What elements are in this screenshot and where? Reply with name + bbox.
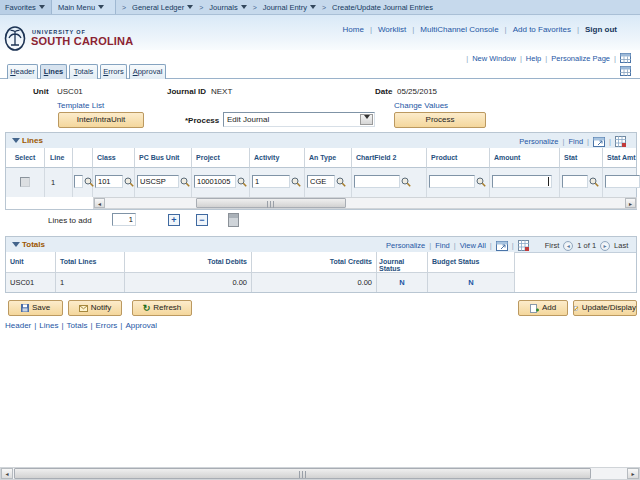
pager-next-button[interactable]: ▸ bbox=[600, 241, 610, 251]
totals-section-header: Totals Personalize Find View All First ◂… bbox=[6, 237, 636, 253]
page-horizontal-scrollbar[interactable]: ◂ ▸ bbox=[0, 467, 640, 480]
activity-input[interactable] bbox=[252, 175, 290, 188]
process-button[interactable]: Process bbox=[394, 112, 486, 128]
lookup-icon[interactable] bbox=[84, 177, 94, 187]
col-header-stat-amt: Stat Amt bbox=[603, 148, 636, 161]
footer-link-lines[interactable]: Lines bbox=[39, 321, 58, 330]
insert-lines-button[interactable]: + bbox=[168, 214, 180, 226]
amount-input[interactable] bbox=[492, 175, 552, 188]
stat-amt-input[interactable] bbox=[605, 175, 640, 188]
collapse-totals-icon[interactable] bbox=[12, 242, 20, 247]
add-to-favorites-link[interactable]: Add to Favorites bbox=[513, 25, 571, 34]
scroll-left-button[interactable]: ◂ bbox=[94, 198, 105, 208]
page-grid-icon[interactable] bbox=[620, 53, 631, 63]
sign-out-link[interactable]: Sign out bbox=[585, 25, 617, 34]
col-header-project: Project bbox=[192, 148, 249, 161]
an-type-input[interactable] bbox=[307, 175, 335, 188]
lines-grid-scrollbar[interactable]: ◂ ▸ bbox=[93, 197, 637, 209]
download-grid-icon[interactable] bbox=[615, 136, 626, 147]
worklist-link[interactable]: Worklist bbox=[378, 25, 406, 34]
view-all-popup-icon[interactable] bbox=[593, 137, 605, 147]
lookup-icon[interactable] bbox=[589, 177, 599, 187]
personalize-page-link[interactable]: Personalize Page bbox=[551, 54, 610, 63]
tab-errors[interactable]: Errors bbox=[100, 64, 127, 79]
multichannel-console-link[interactable]: MultiChannel Console bbox=[420, 25, 498, 34]
new-window-link[interactable]: New Window bbox=[472, 54, 516, 63]
footer-link-approval[interactable]: Approval bbox=[125, 321, 157, 330]
totals-find-link[interactable]: Find bbox=[435, 241, 450, 250]
template-list-link[interactable]: Template List bbox=[57, 101, 104, 110]
flag-input[interactable] bbox=[74, 175, 83, 188]
lines-scrollbar-thumb[interactable] bbox=[196, 198, 346, 208]
refresh-icon: ↻ bbox=[143, 304, 151, 312]
separator bbox=[412, 25, 414, 34]
help-link[interactable]: Help bbox=[526, 54, 541, 63]
change-values-link[interactable]: Change Values bbox=[394, 101, 448, 110]
inter-intra-unit-button[interactable]: Inter/IntraUnit bbox=[58, 112, 144, 128]
tab-lines[interactable]: Lines bbox=[40, 64, 67, 79]
lookup-icon[interactable] bbox=[336, 177, 346, 187]
lines-find-link[interactable]: Find bbox=[569, 137, 584, 146]
page-scroll-left-button[interactable]: ◂ bbox=[1, 468, 13, 479]
pager-previous-button[interactable]: ◂ bbox=[563, 241, 573, 251]
class-input[interactable] bbox=[95, 175, 123, 188]
breadcrumb-main-menu[interactable]: Main Menu bbox=[52, 0, 116, 14]
totals-view-all-link[interactable]: View All bbox=[460, 241, 486, 250]
pager-last-label[interactable]: Last bbox=[614, 241, 628, 250]
tab-totals[interactable]: Totals bbox=[69, 64, 98, 79]
breadcrumb-item-general-ledger[interactable]: General Ledger bbox=[132, 3, 193, 12]
breadcrumb-item-journal-entry[interactable]: Journal Entry bbox=[263, 3, 316, 12]
download-grid-icon[interactable] bbox=[518, 240, 529, 251]
lookup-icon[interactable] bbox=[237, 177, 247, 187]
delete-lines-button[interactable]: − bbox=[196, 214, 208, 226]
page-scrollbar-thumb[interactable] bbox=[14, 468, 591, 479]
footer-link-errors[interactable]: Errors bbox=[96, 321, 118, 330]
process-select[interactable]: Edit Journal bbox=[223, 112, 375, 127]
journal-status-link[interactable]: N bbox=[377, 273, 427, 287]
lines-personalize-link[interactable]: Personalize bbox=[519, 137, 558, 146]
home-link[interactable]: Home bbox=[343, 25, 364, 34]
totals-section-title: Totals bbox=[22, 240, 45, 249]
date-label: Date bbox=[375, 87, 392, 96]
select-dropdown-button[interactable] bbox=[360, 114, 373, 125]
line-number: 1 bbox=[51, 178, 55, 187]
add-button[interactable]: Add bbox=[518, 300, 568, 316]
tab-approval[interactable]: Approval bbox=[129, 64, 166, 79]
lookup-icon[interactable] bbox=[401, 177, 411, 187]
select-checkbox[interactable] bbox=[20, 177, 30, 187]
project-input[interactable] bbox=[194, 175, 236, 188]
unit-value: USC01 bbox=[57, 87, 83, 96]
envelope-icon bbox=[79, 305, 88, 312]
budget-status-link[interactable]: N bbox=[428, 273, 514, 287]
update-display-button[interactable]: Update/Display bbox=[573, 300, 637, 316]
save-button[interactable]: Save bbox=[8, 300, 63, 316]
journal-copy-icon[interactable] bbox=[228, 213, 239, 227]
product-input[interactable] bbox=[429, 175, 475, 188]
footer-link-totals[interactable]: Totals bbox=[67, 321, 88, 330]
chartfield2-input[interactable] bbox=[354, 175, 400, 188]
collapse-lines-icon[interactable] bbox=[12, 138, 20, 143]
tab-header[interactable]: Header bbox=[7, 64, 38, 79]
pc-bus-unit-input[interactable] bbox=[137, 175, 179, 188]
lookup-icon[interactable] bbox=[291, 177, 301, 187]
notify-button[interactable]: Notify bbox=[68, 300, 122, 316]
page-grid-icon[interactable] bbox=[620, 66, 631, 76]
pager-first-label[interactable]: First bbox=[545, 241, 560, 250]
scroll-right-button[interactable]: ▸ bbox=[625, 198, 636, 208]
breadcrumb-item-journals[interactable]: Journals bbox=[209, 3, 246, 12]
view-all-popup-icon[interactable] bbox=[496, 241, 508, 251]
page-scroll-right-button[interactable]: ▸ bbox=[627, 468, 639, 479]
lookup-icon[interactable] bbox=[124, 177, 134, 187]
breadcrumb-favorites[interactable]: Favorites bbox=[0, 0, 52, 14]
lookup-icon[interactable] bbox=[180, 177, 190, 187]
lookup-icon[interactable] bbox=[476, 177, 486, 187]
separator bbox=[545, 54, 547, 63]
refresh-button[interactable]: ↻ Refresh bbox=[132, 300, 192, 316]
stat-input[interactable] bbox=[562, 175, 588, 188]
lines-section-title: Lines bbox=[22, 136, 43, 145]
footer-link-header[interactable]: Header bbox=[5, 321, 31, 330]
totals-personalize-link[interactable]: Personalize bbox=[386, 241, 425, 250]
journal-entry-page: Favorites Main Menu General Ledger Journ… bbox=[0, 0, 640, 480]
separator: | bbox=[90, 321, 92, 330]
lines-to-add-input[interactable] bbox=[112, 213, 136, 226]
